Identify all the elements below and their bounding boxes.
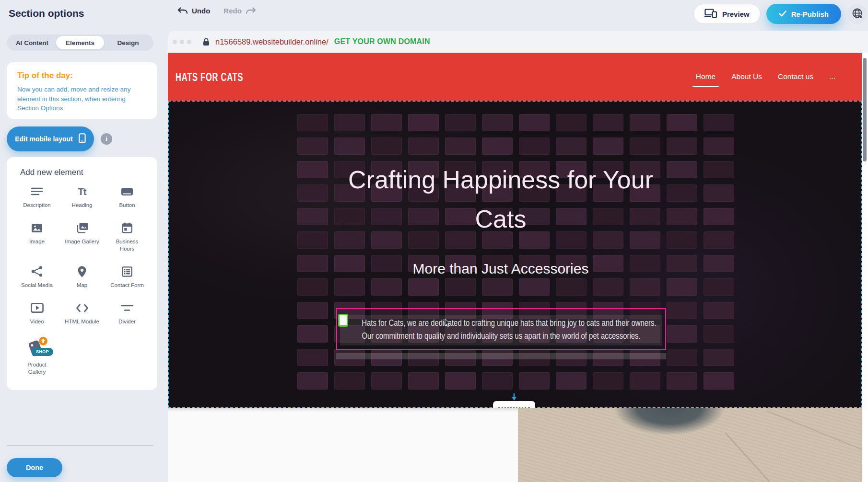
lock-icon xyxy=(203,38,210,46)
hero-tile xyxy=(519,114,550,131)
get-your-own-domain-link[interactable]: GET YOUR OWN DOMAIN xyxy=(334,37,430,46)
add-element-html-module[interactable]: HTML Module xyxy=(59,301,105,325)
hero-paragraph-line-2: Our commitment to quality and individual… xyxy=(362,330,640,343)
check-icon xyxy=(779,10,786,18)
nav-item-contact-us[interactable]: Contact us xyxy=(778,72,813,81)
hero-tile xyxy=(445,372,476,390)
hero-subheading[interactable]: More than Just Accessories xyxy=(347,261,654,277)
hero-tile xyxy=(630,372,660,390)
add-element-image-gallery[interactable]: Image Gallery xyxy=(59,221,105,252)
tab-ai-content[interactable]: AI Content xyxy=(8,36,56,49)
hero-tile xyxy=(667,184,697,202)
element-label: Product Gallery xyxy=(20,361,54,376)
hero-tile xyxy=(371,278,402,296)
hero-paragraph-line-1: Hats for Cats, we are dedicated to craft… xyxy=(362,317,640,330)
add-element-heading[interactable]: TtHeading xyxy=(59,185,105,209)
hero-tile xyxy=(630,278,660,296)
add-element-description[interactable]: Description xyxy=(14,185,59,209)
pavement-photo xyxy=(518,408,862,482)
hero-tile xyxy=(371,372,402,390)
add-element-product-gallery[interactable]: SHOPProduct Gallery xyxy=(14,338,59,376)
site-logo[interactable]: HATS FOR CATS xyxy=(176,71,243,84)
element-label: Divider xyxy=(118,318,136,325)
hero-tile xyxy=(334,278,365,296)
hero-tile xyxy=(297,255,328,272)
edit-mobile-layout-button[interactable]: Edit mobile layout xyxy=(7,126,94,151)
hero-tile xyxy=(704,231,734,249)
add-element-contact-form[interactable]: Contact Form xyxy=(105,265,150,289)
add-new-element-card: Add new element DescriptionTtHeadingButt… xyxy=(7,157,157,390)
hero-tile xyxy=(297,372,328,390)
hero-tile xyxy=(704,255,734,272)
selected-paragraph-element[interactable]: Hats for Cats, we are dedicated to craft… xyxy=(336,308,666,350)
element-label: HTML Module xyxy=(65,318,99,325)
mouse-cursor-icon xyxy=(445,318,451,329)
next-section-preview[interactable] xyxy=(168,408,862,482)
resize-arrow-down-icon xyxy=(511,393,517,403)
heading-icon: Tt xyxy=(78,185,86,198)
preview-scrollbar[interactable] xyxy=(863,58,867,161)
add-element-video[interactable]: Video xyxy=(14,301,59,325)
map-icon xyxy=(78,265,86,278)
hero-tile xyxy=(704,161,734,178)
hero-tile xyxy=(667,278,697,296)
selected-section-canvas[interactable]: Crafting Happiness for Your Cats More th… xyxy=(168,101,862,408)
element-drag-handle[interactable] xyxy=(338,314,348,327)
preview-button[interactable]: Preview xyxy=(693,4,761,24)
add-element-button[interactable]: Button xyxy=(105,185,150,209)
element-label: Heading xyxy=(72,202,93,209)
add-element-image[interactable]: Image xyxy=(14,221,59,252)
browser-bar: n1566589.websitebuilder.online/ GET YOUR… xyxy=(168,31,868,53)
hero-tile xyxy=(371,138,402,155)
paragraph-sub-strip xyxy=(336,353,666,359)
undo-redo-group: Undo Redo xyxy=(177,7,256,15)
hero-tile xyxy=(667,161,697,178)
nav-item-home[interactable]: Home xyxy=(696,72,716,81)
hero-tile xyxy=(704,278,734,296)
hero-tile xyxy=(297,208,328,225)
done-button[interactable]: Done xyxy=(7,458,62,477)
hero-heading[interactable]: Crafting Happiness for Your Cats xyxy=(347,160,654,239)
image-icon xyxy=(31,221,43,235)
republish-button[interactable]: Re-Publish xyxy=(766,4,841,24)
hero-tile xyxy=(297,138,328,155)
hero-tile xyxy=(704,349,734,366)
add-new-element-title: Add new element xyxy=(14,168,150,177)
window-control-dots xyxy=(173,40,191,44)
element-label: Contact Form xyxy=(110,282,144,289)
add-element-business-hours[interactable]: Business Hours xyxy=(105,221,150,252)
hero-tile xyxy=(704,114,734,131)
redo-button[interactable]: Redo xyxy=(223,7,256,15)
language-globe-button[interactable] xyxy=(847,4,867,24)
hero-tile xyxy=(630,114,660,131)
nav-item-about-us[interactable]: About Us xyxy=(731,72,762,81)
tab-elements[interactable]: Elements xyxy=(56,36,104,49)
product-gallery-icon: SHOP xyxy=(25,338,48,358)
site-preview-canvas: n1566589.websitebuilder.online/ GET YOUR… xyxy=(168,31,868,482)
edit-mobile-layout-label: Edit mobile layout xyxy=(15,135,73,143)
hero-tile xyxy=(297,349,328,366)
sidebar-divider xyxy=(7,446,153,446)
hero-tile xyxy=(630,138,660,155)
hero-tile xyxy=(667,349,697,366)
tab-design[interactable]: Design xyxy=(104,36,152,49)
hero-tile xyxy=(297,161,328,178)
element-label: Social Media xyxy=(21,282,53,289)
info-button[interactable]: i xyxy=(101,133,112,145)
hero-tile xyxy=(704,184,734,202)
add-element-divider[interactable]: Divider xyxy=(105,301,150,325)
hero-tile xyxy=(667,302,697,319)
image-gallery-icon xyxy=(76,221,89,235)
hero-tile xyxy=(667,372,697,390)
add-element-map[interactable]: Map xyxy=(59,265,105,289)
section-options-panel: AI ContentElementsDesign Tip of the day:… xyxy=(7,34,157,482)
hero-paragraph[interactable]: Hats for Cats, we are dedicated to craft… xyxy=(362,317,640,343)
undo-button[interactable]: Undo xyxy=(177,7,210,15)
site-header[interactable]: HATS FOR CATS HomeAbout UsContact us... xyxy=(168,53,862,101)
add-element-social-media[interactable]: Social Media xyxy=(14,265,59,289)
hero-tile xyxy=(482,138,513,155)
element-label: Image xyxy=(29,238,45,245)
hero-tile xyxy=(593,114,623,131)
nav-item-more[interactable]: ... xyxy=(829,72,835,81)
hero-tile xyxy=(556,278,586,296)
